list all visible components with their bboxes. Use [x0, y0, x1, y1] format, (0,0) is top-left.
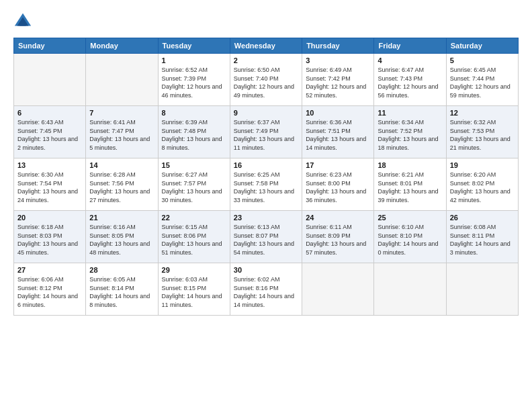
- day-info: Sunrise: 6:03 AM Sunset: 8:15 PM Dayligh…: [162, 275, 226, 309]
- calendar-cell: 21Sunrise: 6:16 AM Sunset: 8:05 PM Dayli…: [86, 211, 158, 263]
- calendar-cell: [374, 263, 446, 316]
- calendar-cell: 29Sunrise: 6:03 AM Sunset: 8:15 PM Dayli…: [158, 263, 230, 316]
- day-info: Sunrise: 6:36 AM Sunset: 7:51 PM Dayligh…: [306, 118, 370, 152]
- calendar-cell: 26Sunrise: 6:08 AM Sunset: 8:11 PM Dayli…: [446, 211, 518, 263]
- calendar-cell: 10Sunrise: 6:36 AM Sunset: 7:51 PM Dayli…: [302, 106, 374, 158]
- day-info: Sunrise: 6:45 AM Sunset: 7:44 PM Dayligh…: [450, 66, 515, 99]
- svg-rect-2: [19, 22, 26, 26]
- calendar-cell: 18Sunrise: 6:21 AM Sunset: 8:01 PM Dayli…: [374, 158, 446, 211]
- calendar-cell: [14, 54, 86, 106]
- day-info: Sunrise: 6:27 AM Sunset: 7:57 PM Dayligh…: [162, 171, 226, 204]
- day-number: 19: [450, 161, 515, 169]
- day-number: 12: [450, 109, 515, 117]
- day-info: Sunrise: 6:18 AM Sunset: 8:03 PM Dayligh…: [17, 223, 82, 257]
- week-row-3: 13Sunrise: 6:30 AM Sunset: 7:54 PM Dayli…: [14, 158, 519, 211]
- day-info: Sunrise: 6:41 AM Sunset: 7:47 PM Dayligh…: [89, 118, 154, 152]
- logo-icon: [13, 12, 32, 31]
- day-number: 7: [89, 109, 154, 117]
- calendar-cell: 8Sunrise: 6:39 AM Sunset: 7:48 PM Daylig…: [158, 106, 230, 158]
- calendar-cell: 24Sunrise: 6:11 AM Sunset: 8:09 PM Dayli…: [302, 211, 374, 263]
- calendar-cell: 22Sunrise: 6:15 AM Sunset: 8:06 PM Dayli…: [158, 211, 230, 263]
- weekday-tuesday: Tuesday: [158, 38, 230, 54]
- header: [13, 12, 519, 31]
- day-number: 25: [378, 214, 442, 222]
- day-number: 5: [450, 56, 515, 64]
- day-info: Sunrise: 6:15 AM Sunset: 8:06 PM Dayligh…: [162, 223, 226, 257]
- day-number: 26: [450, 214, 515, 222]
- calendar-cell: 9Sunrise: 6:37 AM Sunset: 7:49 PM Daylig…: [230, 106, 302, 158]
- calendar-cell: 7Sunrise: 6:41 AM Sunset: 7:47 PM Daylig…: [86, 106, 158, 158]
- day-number: 11: [378, 109, 442, 117]
- weekday-friday: Friday: [374, 38, 446, 54]
- day-info: Sunrise: 6:32 AM Sunset: 7:53 PM Dayligh…: [450, 118, 515, 152]
- week-row-5: 27Sunrise: 6:06 AM Sunset: 8:12 PM Dayli…: [14, 263, 519, 316]
- day-info: Sunrise: 6:23 AM Sunset: 8:00 PM Dayligh…: [306, 171, 370, 204]
- day-info: Sunrise: 6:37 AM Sunset: 7:49 PM Dayligh…: [234, 118, 298, 152]
- week-row-1: 1Sunrise: 6:52 AM Sunset: 7:39 PM Daylig…: [14, 54, 519, 106]
- day-info: Sunrise: 6:43 AM Sunset: 7:45 PM Dayligh…: [17, 118, 82, 152]
- calendar-cell: 20Sunrise: 6:18 AM Sunset: 8:03 PM Dayli…: [14, 211, 86, 263]
- calendar-cell: 14Sunrise: 6:28 AM Sunset: 7:56 PM Dayli…: [86, 158, 158, 211]
- day-info: Sunrise: 6:11 AM Sunset: 8:09 PM Dayligh…: [306, 223, 370, 257]
- day-number: 16: [234, 161, 298, 169]
- day-info: Sunrise: 6:25 AM Sunset: 7:58 PM Dayligh…: [234, 171, 298, 204]
- day-number: 29: [162, 266, 226, 274]
- day-number: 23: [234, 214, 298, 222]
- day-info: Sunrise: 6:49 AM Sunset: 7:42 PM Dayligh…: [306, 66, 370, 99]
- calendar-cell: 16Sunrise: 6:25 AM Sunset: 7:58 PM Dayli…: [230, 158, 302, 211]
- calendar-cell: 17Sunrise: 6:23 AM Sunset: 8:00 PM Dayli…: [302, 158, 374, 211]
- day-info: Sunrise: 6:10 AM Sunset: 8:10 PM Dayligh…: [378, 223, 442, 257]
- calendar-cell: 5Sunrise: 6:45 AM Sunset: 7:44 PM Daylig…: [446, 54, 518, 106]
- day-number: 21: [89, 214, 154, 222]
- calendar-cell: 13Sunrise: 6:30 AM Sunset: 7:54 PM Dayli…: [14, 158, 86, 211]
- day-number: 1: [162, 56, 226, 64]
- day-info: Sunrise: 6:30 AM Sunset: 7:54 PM Dayligh…: [17, 171, 82, 204]
- day-number: 30: [234, 266, 298, 274]
- day-info: Sunrise: 6:06 AM Sunset: 8:12 PM Dayligh…: [17, 275, 82, 309]
- day-info: Sunrise: 6:52 AM Sunset: 7:39 PM Dayligh…: [162, 66, 226, 99]
- calendar-cell: 15Sunrise: 6:27 AM Sunset: 7:57 PM Dayli…: [158, 158, 230, 211]
- calendar-table: SundayMondayTuesdayWednesdayThursdayFrid…: [13, 38, 519, 316]
- day-info: Sunrise: 6:50 AM Sunset: 7:40 PM Dayligh…: [234, 66, 298, 99]
- day-info: Sunrise: 6:20 AM Sunset: 8:02 PM Dayligh…: [450, 171, 515, 204]
- day-number: 17: [306, 161, 370, 169]
- day-number: 15: [162, 161, 226, 169]
- weekday-monday: Monday: [86, 38, 158, 54]
- day-info: Sunrise: 6:21 AM Sunset: 8:01 PM Dayligh…: [378, 171, 442, 204]
- weekday-saturday: Saturday: [446, 38, 518, 54]
- day-info: Sunrise: 6:13 AM Sunset: 8:07 PM Dayligh…: [234, 223, 298, 257]
- weekday-header-row: SundayMondayTuesdayWednesdayThursdayFrid…: [14, 38, 519, 54]
- day-info: Sunrise: 6:08 AM Sunset: 8:11 PM Dayligh…: [450, 223, 515, 257]
- day-number: 2: [234, 56, 298, 64]
- day-info: Sunrise: 6:39 AM Sunset: 7:48 PM Dayligh…: [162, 118, 226, 152]
- weekday-sunday: Sunday: [14, 38, 86, 54]
- day-number: 13: [17, 161, 82, 169]
- weekday-wednesday: Wednesday: [230, 38, 302, 54]
- week-row-2: 6Sunrise: 6:43 AM Sunset: 7:45 PM Daylig…: [14, 106, 519, 158]
- day-number: 3: [306, 56, 370, 64]
- calendar-cell: 23Sunrise: 6:13 AM Sunset: 8:07 PM Dayli…: [230, 211, 302, 263]
- day-info: Sunrise: 6:05 AM Sunset: 8:14 PM Dayligh…: [89, 275, 154, 309]
- day-number: 14: [89, 161, 154, 169]
- calendar-cell: 4Sunrise: 6:47 AM Sunset: 7:43 PM Daylig…: [374, 54, 446, 106]
- day-number: 28: [89, 266, 154, 274]
- calendar-cell: 12Sunrise: 6:32 AM Sunset: 7:53 PM Dayli…: [446, 106, 518, 158]
- calendar-cell: 3Sunrise: 6:49 AM Sunset: 7:42 PM Daylig…: [302, 54, 374, 106]
- weekday-thursday: Thursday: [302, 38, 374, 54]
- day-number: 9: [234, 109, 298, 117]
- day-number: 22: [162, 214, 226, 222]
- page: SundayMondayTuesdayWednesdayThursdayFrid…: [0, 0, 532, 411]
- calendar-cell: 25Sunrise: 6:10 AM Sunset: 8:10 PM Dayli…: [374, 211, 446, 263]
- day-number: 20: [17, 214, 82, 222]
- calendar-cell: [446, 263, 518, 316]
- day-number: 6: [17, 109, 82, 117]
- day-number: 4: [378, 56, 442, 64]
- day-info: Sunrise: 6:02 AM Sunset: 8:16 PM Dayligh…: [234, 275, 298, 309]
- calendar-cell: 28Sunrise: 6:05 AM Sunset: 8:14 PM Dayli…: [86, 263, 158, 316]
- calendar-cell: 1Sunrise: 6:52 AM Sunset: 7:39 PM Daylig…: [158, 54, 230, 106]
- day-number: 27: [17, 266, 82, 274]
- calendar-cell: 30Sunrise: 6:02 AM Sunset: 8:16 PM Dayli…: [230, 263, 302, 316]
- calendar-cell: [302, 263, 374, 316]
- day-info: Sunrise: 6:47 AM Sunset: 7:43 PM Dayligh…: [378, 66, 442, 99]
- day-number: 18: [378, 161, 442, 169]
